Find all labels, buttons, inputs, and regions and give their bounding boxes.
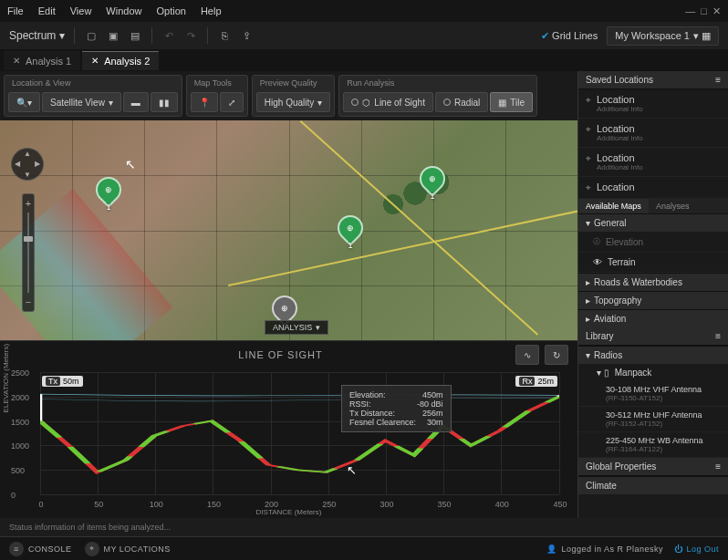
section-aviation[interactable]: ▸ Aviation (578, 309, 728, 327)
new-file-icon[interactable]: ▢ (84, 28, 99, 43)
close-icon[interactable]: ✕ (712, 5, 721, 17)
location-item[interactable]: ⌖LocationAdditional Info (578, 89, 728, 119)
section-climate[interactable]: Climate (578, 476, 728, 494)
map-marker-1[interactable]: ⊕1 (96, 177, 121, 202)
map-viewport[interactable]: ⊕1 ⊕1 ⊕1 ⊕1 ▲ ◀▶ ▼ + − ANALYSIS ▾ ↖ (0, 120, 577, 340)
map-marker-2[interactable]: ⊕1 (338, 215, 363, 241)
pin-icon: ⌖ (586, 95, 591, 106)
layout-single-btn[interactable]: ▬ (123, 92, 149, 112)
chart-line-toggle[interactable]: ∿ (515, 345, 539, 365)
tab-analyses[interactable]: Analyses (649, 199, 697, 213)
global-properties-header[interactable]: Global Properties≡ (578, 458, 728, 476)
saved-locations-header[interactable]: Saved Locations≡ (578, 71, 728, 89)
group-preview-quality: Preview Quality High Quality ▾ (252, 75, 335, 117)
app-name-dropdown[interactable]: Spectrum ▾ (9, 29, 65, 42)
group-map-tools: Map Tools 📍 ⤢ (186, 75, 248, 117)
radio-item[interactable]: 30-512 MHz UHF Antenna(RF-3152-AT152) (578, 407, 728, 432)
maximize-icon[interactable]: □ (701, 5, 707, 17)
zoom-slider[interactable]: + − (22, 193, 35, 312)
minimize-icon[interactable]: — (685, 5, 695, 17)
pin-icon: ⌖ (586, 124, 591, 135)
panel-menu-icon[interactable]: ≡ (715, 331, 721, 341)
console-icon: ≡ (9, 542, 24, 556)
library-header[interactable]: Library≡ (578, 327, 728, 346)
search-btn[interactable]: 🔍▾ (8, 92, 40, 112)
pan-right-icon[interactable]: ▶ (35, 160, 40, 168)
analysis-dropdown[interactable]: ANALYSIS ▾ (265, 320, 328, 335)
my-locations-button[interactable]: ⌖MY LOCATIONS (85, 542, 171, 556)
pin-icon: ⌖ (586, 153, 591, 164)
chart-panel: LINE OF SIGHT ∿ ↻ ELEVATION (Meters) 250… (0, 340, 577, 518)
map-marker-4[interactable]: ⊕1 (272, 296, 297, 321)
layer-terrain[interactable]: 👁Terrain (578, 253, 728, 273)
view-mode-dropdown[interactable]: Satellite View ▾ (42, 92, 121, 112)
radio-item[interactable]: 30-108 MHz VHF Antenna(RF-3150-AT152) (578, 381, 728, 407)
analysis-tile-radio[interactable]: ▦ Tile (490, 92, 533, 112)
layout-split-btn[interactable]: ▮▮ (151, 92, 178, 112)
menu-help[interactable]: Help (201, 5, 222, 16)
quality-dropdown[interactable]: High Quality ▾ (256, 92, 330, 112)
document-tabs: ✕Analysis 1 ✕Analysis 2 (0, 49, 728, 71)
divider (74, 27, 75, 44)
grid-lines-toggle[interactable]: ✔ Grid Lines (541, 30, 598, 42)
location-item[interactable]: ⌖LocationAdditional Info (578, 119, 728, 148)
menu-view[interactable]: View (70, 5, 92, 16)
group-run-analysis: Run Analysis ⬡ Line of Sight Radial ▦ Ti… (338, 75, 537, 117)
pan-up-icon[interactable]: ▲ (24, 150, 31, 158)
panel-menu-icon[interactable]: ≡ (715, 75, 721, 85)
section-radios[interactable]: ▾ Radios (578, 346, 728, 364)
export-icon[interactable]: ⇪ (239, 28, 254, 43)
close-tab-icon[interactable]: ✕ (13, 56, 20, 66)
analysis-los-radio[interactable]: ⬡ Line of Sight (343, 92, 433, 112)
tree-manpack[interactable]: ▾ ▯ Manpack (578, 364, 728, 381)
layer-elevation[interactable]: ⦾Elevation (578, 232, 728, 253)
map-marker-3[interactable]: ⊕1 (420, 166, 445, 192)
zoom-thumb[interactable] (24, 236, 33, 242)
analysis-radial-radio[interactable]: Radial (435, 92, 488, 112)
panel-menu-icon[interactable]: ≡ (715, 461, 721, 472)
bottom-bar: ≡CONSOLE ⌖MY LOCATIONS 👤Logged in As R P… (0, 536, 728, 560)
workspace-selector[interactable]: My Workspace 1 ▾ ▦ (607, 26, 719, 46)
group-location-view: Location & View 🔍▾ Satellite View ▾ ▬ ▮▮ (4, 75, 182, 117)
location-item[interactable]: ⌖LocationAdditional Info (578, 148, 728, 177)
save-icon[interactable]: ▤ (128, 28, 142, 43)
logout-button[interactable]: ⏻Log Out (674, 544, 719, 554)
pan-down-icon[interactable]: ▼ (24, 171, 31, 179)
location-item[interactable]: ⌖Location (578, 177, 728, 199)
zoom-in-icon[interactable]: + (26, 198, 31, 209)
eye-icon[interactable]: 👁 (593, 257, 602, 267)
close-tab-icon[interactable]: ✕ (91, 56, 99, 66)
menu-option[interactable]: Option (156, 5, 185, 16)
tab-analysis-1[interactable]: ✕Analysis 1 (4, 51, 80, 70)
radio-item[interactable]: 225-450 MHz WB Antenna(RF-3164-AT122) (578, 432, 728, 458)
open-folder-icon[interactable]: ▣ (106, 28, 120, 43)
irrigation-circles (360, 139, 470, 248)
section-topography[interactable]: ▸ Topography (578, 291, 728, 309)
divider (207, 27, 208, 44)
expand-tool[interactable]: ⤢ (220, 92, 244, 112)
console-button[interactable]: ≡CONSOLE (9, 542, 72, 556)
push-pin-tool[interactable]: 📍 (191, 92, 218, 112)
x-axis-label: DISTANCE (Meters) (256, 508, 322, 516)
pan-control[interactable]: ▲ ◀▶ ▼ (11, 148, 44, 181)
menu-file[interactable]: File (7, 5, 24, 16)
menu-window[interactable]: Window (106, 5, 141, 16)
pan-left-icon[interactable]: ◀ (15, 160, 20, 168)
eye-off-icon[interactable]: ⦾ (593, 236, 600, 247)
zoom-out-icon[interactable]: − (26, 296, 31, 307)
grid-line (0, 175, 577, 176)
user-icon: 👤 (546, 544, 557, 554)
group-header: Preview Quality (253, 76, 334, 90)
section-roads[interactable]: ▸ Roads & Waterbodies (578, 273, 728, 291)
undo-icon[interactable]: ↶ (161, 28, 176, 43)
chart-body[interactable]: ELEVATION (Meters) 2500 2000 1500 1000 5… (0, 368, 577, 518)
section-general[interactable]: ▾ General (578, 213, 728, 232)
cursor-icon: ↖ (347, 463, 357, 477)
copy-icon[interactable]: ⎘ (217, 28, 232, 43)
tab-available-maps[interactable]: Available Maps (578, 199, 649, 213)
menu-edit[interactable]: Edit (38, 5, 56, 16)
right-panel: Saved Locations≡ ⌖LocationAdditional Inf… (577, 71, 728, 518)
redo-icon[interactable]: ↷ (183, 28, 198, 43)
chart-refresh-btn[interactable]: ↻ (545, 345, 568, 365)
tab-analysis-2[interactable]: ✕Analysis 2 (82, 51, 159, 70)
